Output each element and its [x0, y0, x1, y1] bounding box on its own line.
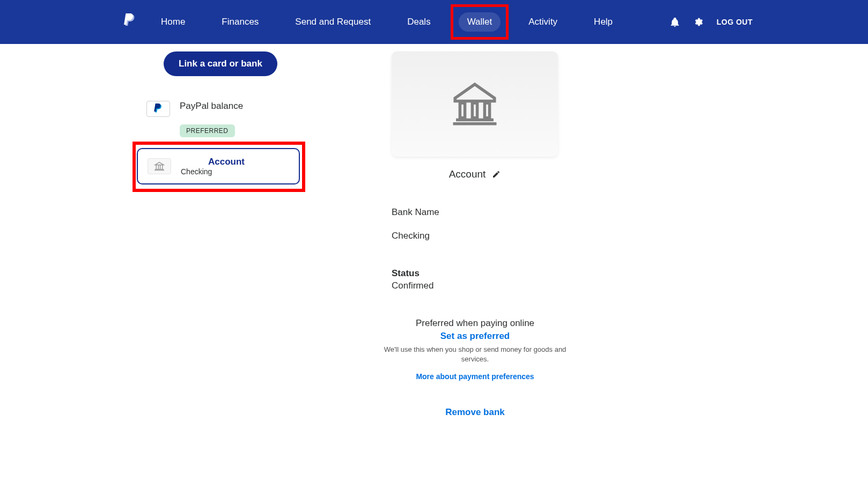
account-type: Checking: [392, 230, 676, 242]
status-label: Status: [392, 267, 676, 280]
header-bar: Home Finances Send and Request Deals Wal…: [0, 0, 868, 44]
bank-image-card: [392, 51, 558, 157]
nav-finances[interactable]: Finances: [213, 12, 267, 32]
bank-name: Bank Name: [392, 206, 676, 219]
nav-help[interactable]: Help: [585, 12, 621, 32]
right-column: Account Bank Name Checking Status Confir…: [300, 51, 676, 418]
more-preferences-link[interactable]: More about payment preferences: [416, 372, 534, 381]
account-label: Account: [449, 168, 486, 180]
balance-label: PayPal balance: [180, 101, 243, 112]
remove-section: Remove bank: [382, 407, 568, 418]
account-card-text: Account Checking: [181, 157, 272, 176]
svg-rect-7: [472, 103, 477, 118]
nav-wallet-wrapper: Wallet: [459, 12, 501, 32]
nav-send-request[interactable]: Send and Request: [286, 12, 379, 32]
balance-row[interactable]: PayPal balance: [137, 101, 300, 117]
settings-gear-icon[interactable]: [693, 17, 704, 27]
edit-pencil-icon[interactable]: [492, 170, 501, 179]
preferred-description: We'll use this when you shop or send mon…: [382, 345, 568, 364]
link-card-bank-button[interactable]: Link a card or bank: [164, 51, 277, 76]
bank-icon: [148, 158, 171, 174]
account-edit-row: Account: [392, 168, 558, 180]
paypal-balance-icon: [146, 101, 170, 117]
account-card-wrapper: Account Checking: [133, 148, 300, 184]
svg-rect-6: [460, 103, 465, 118]
preferred-section: Preferred when paying online Set as pref…: [382, 318, 568, 381]
account-card-subtitle: Checking: [181, 167, 212, 176]
set-preferred-link[interactable]: Set as preferred: [440, 331, 510, 342]
remove-bank-link[interactable]: Remove bank: [445, 407, 505, 418]
preferred-heading: Preferred when paying online: [382, 318, 568, 329]
status-block: Status Confirmed: [392, 267, 676, 293]
bank-large-icon: [450, 79, 499, 129]
logout-link[interactable]: LOG OUT: [717, 18, 753, 26]
svg-rect-8: [484, 103, 489, 118]
header-right: LOG OUT: [670, 17, 753, 27]
detail-block: Bank Name Checking Status Confirmed: [392, 206, 676, 292]
account-card-title: Account: [208, 157, 245, 167]
nav-home[interactable]: Home: [152, 12, 194, 32]
nav-wallet[interactable]: Wallet: [459, 12, 501, 32]
preferred-badge: PREFERRED: [180, 124, 235, 137]
content: Link a card or bank PayPal balance PREFE…: [0, 44, 868, 418]
left-column: Link a card or bank PayPal balance PREFE…: [0, 51, 300, 418]
nav-items: Home Finances Send and Request Deals Wal…: [152, 12, 621, 32]
paypal-logo-icon[interactable]: [123, 13, 136, 31]
nav-activity[interactable]: Activity: [520, 12, 566, 32]
account-card[interactable]: Account Checking: [137, 148, 300, 184]
status-value: Confirmed: [392, 279, 676, 292]
nav-deals[interactable]: Deals: [399, 12, 439, 32]
notification-bell-icon[interactable]: [670, 17, 680, 27]
